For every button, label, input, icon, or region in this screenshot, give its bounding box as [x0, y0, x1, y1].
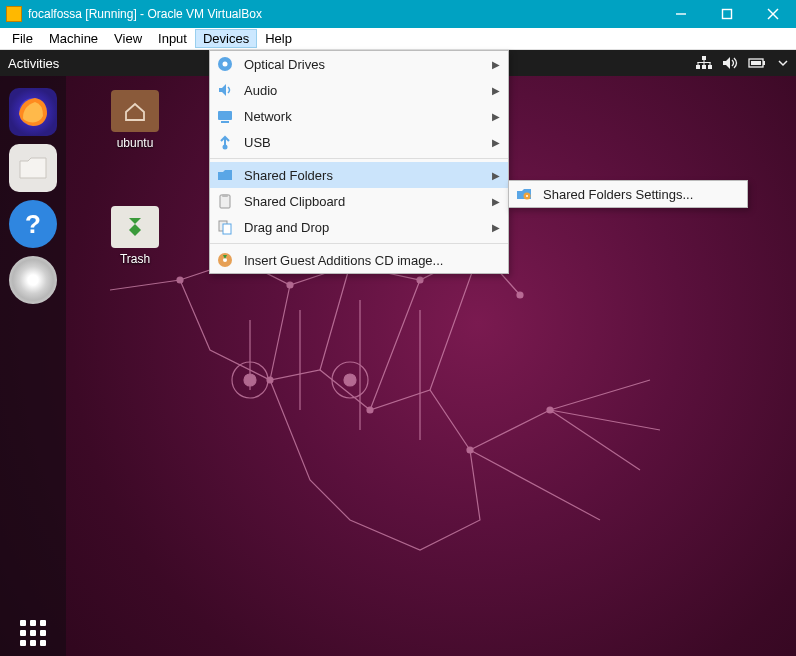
home-folder-icon [123, 100, 147, 122]
chevron-right-icon: ▶ [492, 196, 500, 207]
close-button[interactable] [750, 0, 796, 28]
menu-item-audio[interactable]: Audio ▶ [210, 77, 508, 103]
activities-button[interactable]: Activities [8, 56, 59, 71]
disc-icon [216, 55, 234, 73]
desktop-icon-trash[interactable]: Trash [100, 206, 170, 266]
insert-disc-icon [216, 251, 234, 269]
svg-rect-37 [223, 224, 231, 234]
chevron-right-icon: ▶ [492, 137, 500, 148]
volume-tray-icon[interactable] [722, 56, 738, 70]
svg-point-9 [287, 282, 293, 288]
chevron-right-icon: ▶ [492, 170, 500, 181]
network-tray-icon[interactable] [696, 56, 712, 70]
chevron-right-icon: ▶ [492, 85, 500, 96]
menu-input[interactable]: Input [150, 29, 195, 48]
svg-rect-19 [708, 65, 712, 69]
svg-rect-16 [702, 56, 706, 60]
network-icon [216, 107, 234, 125]
menu-item-shared-folders[interactable]: Shared Folders ▶ [210, 162, 508, 188]
chevron-right-icon: ▶ [492, 111, 500, 122]
menu-item-shared-folders-settings[interactable]: Shared Folders Settings... [509, 181, 747, 207]
svg-rect-17 [696, 65, 700, 69]
svg-point-14 [267, 377, 273, 383]
virtualbox-menubar: File Machine View Input Devices Help [0, 28, 796, 50]
window-title: focalfossa [Running] - Oracle VM Virtual… [28, 7, 658, 21]
devices-dropdown-menu: Optical Drives ▶ Audio ▶ Network ▶ USB ▶… [209, 50, 509, 274]
svg-point-13 [547, 407, 553, 413]
desktop-icon-trash-label: Trash [100, 252, 170, 266]
firefox-launcher[interactable] [9, 88, 57, 136]
window-titlebar: focalfossa [Running] - Oracle VM Virtual… [0, 0, 796, 28]
svg-point-41 [526, 195, 528, 197]
svg-point-10 [417, 277, 423, 283]
disc-launcher[interactable] [9, 256, 57, 304]
svg-point-11 [517, 292, 523, 298]
menu-view[interactable]: View [106, 29, 150, 48]
virtualbox-app-icon [6, 6, 22, 22]
desktop-icon-home[interactable]: ubuntu [100, 90, 170, 150]
chevron-right-icon: ▶ [492, 59, 500, 70]
show-applications-button[interactable] [20, 620, 46, 646]
menu-item-optical-drives[interactable]: Optical Drives ▶ [210, 51, 508, 77]
svg-rect-25 [763, 61, 765, 65]
settings-folder-icon [515, 185, 533, 203]
help-icon: ? [25, 209, 41, 240]
shared-folders-submenu: Shared Folders Settings... [508, 180, 748, 208]
usb-icon [216, 133, 234, 151]
chevron-right-icon: ▶ [492, 222, 500, 233]
svg-rect-18 [702, 65, 706, 69]
dragdrop-icon [216, 218, 234, 236]
menu-item-usb[interactable]: USB ▶ [210, 129, 508, 155]
battery-tray-icon[interactable] [748, 56, 768, 70]
minimize-button[interactable] [658, 0, 704, 28]
help-launcher[interactable]: ? [9, 200, 57, 248]
menu-devices[interactable]: Devices [195, 29, 257, 48]
audio-icon [216, 81, 234, 99]
svg-rect-23 [710, 62, 711, 65]
svg-rect-22 [698, 62, 699, 65]
menu-item-shared-clipboard[interactable]: Shared Clipboard ▶ [210, 188, 508, 214]
maximize-button[interactable] [704, 0, 750, 28]
svg-point-12 [467, 447, 473, 453]
svg-rect-1 [723, 10, 732, 19]
svg-point-29 [223, 62, 228, 67]
menu-item-insert-guest-additions[interactable]: Insert Guest Additions CD image... [210, 247, 508, 273]
files-launcher[interactable] [9, 144, 57, 192]
menu-item-network[interactable]: Network ▶ [210, 103, 508, 129]
svg-rect-35 [222, 194, 228, 197]
clipboard-icon [216, 192, 234, 210]
menu-file[interactable]: File [4, 29, 41, 48]
svg-rect-26 [751, 61, 761, 65]
folder-icon [216, 166, 234, 184]
svg-rect-30 [218, 111, 232, 120]
svg-rect-21 [698, 62, 711, 63]
svg-point-15 [367, 407, 373, 413]
svg-point-8 [177, 277, 183, 283]
svg-rect-31 [221, 121, 229, 123]
svg-point-7 [344, 374, 356, 386]
gnome-dock: ? [0, 76, 66, 656]
menu-help[interactable]: Help [257, 29, 300, 48]
trash-icon [124, 216, 146, 238]
menu-machine[interactable]: Machine [41, 29, 106, 48]
svg-point-5 [244, 374, 256, 386]
menu-item-drag-and-drop[interactable]: Drag and Drop ▶ [210, 214, 508, 240]
system-menu-chevron-icon[interactable] [778, 58, 788, 68]
desktop-icon-home-label: ubuntu [100, 136, 170, 150]
